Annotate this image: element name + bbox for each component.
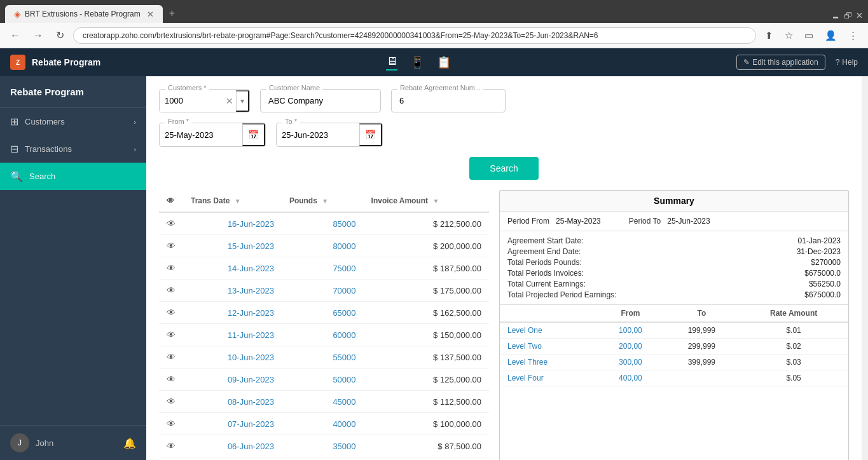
to-calendar-icon[interactable]: 📅 <box>359 123 382 146</box>
table-row[interactable]: 👁 07-Jun-2023 40000 $ 100,000.00 <box>159 413 489 435</box>
transactions-table: 👁 Trans Date ▼ Pounds ▼ Invoi <box>159 190 489 460</box>
form-row-1: Customers * ✕ ▾ Customer Name Rebate Agr… <box>159 89 849 112</box>
row-pounds: 75000 <box>282 257 364 280</box>
bookmark-icon[interactable]: ☆ <box>781 27 797 44</box>
customer-name-label: Customer Name <box>266 84 322 91</box>
table-row[interactable]: 👁 10-Jun-2023 55000 $ 137,500.00 <box>159 346 489 369</box>
notifications-icon[interactable]: 🔔 <box>123 437 136 449</box>
address-bar[interactable] <box>73 27 756 44</box>
tab-minimize-icon[interactable]: 🗕 <box>832 11 840 20</box>
profile-icon[interactable]: 👤 <box>821 27 841 44</box>
sidebar: Rebate Program ⊞ Customers › ⊟ Transacti… <box>0 76 146 460</box>
new-tab-button[interactable]: + <box>163 4 181 23</box>
invoice-amount-header[interactable]: Invoice Amount ▼ <box>364 190 489 212</box>
summary-panel: Summary Period From 25-May-2023 Period T… <box>499 190 849 460</box>
reload-button[interactable]: ↻ <box>52 27 68 44</box>
desktop-view-icon[interactable]: 🖥 <box>386 55 397 71</box>
tab-close-window-icon[interactable]: ✕ <box>856 11 863 20</box>
row-date: 13-Jun-2023 <box>183 280 282 302</box>
back-button[interactable]: ← <box>6 27 24 44</box>
scrollbar[interactable] <box>862 76 868 460</box>
tab-restore-icon[interactable]: 🗗 <box>844 11 852 20</box>
level-rate: $.03 <box>739 355 848 370</box>
sidebar-toggle-icon[interactable]: ▭ <box>801 27 817 44</box>
sidebar-item-search[interactable]: 🔍 Search <box>0 163 146 190</box>
table-row[interactable]: 👁 05-Jun-2023 30000 $ 75,000.00 <box>159 457 489 461</box>
table-row[interactable]: 👁 06-Jun-2023 35000 $ 87,500.00 <box>159 435 489 457</box>
edit-icon: ✎ <box>743 58 750 67</box>
agreement-start-value: 01-Jan-2023 <box>677 236 841 245</box>
row-date: 12-Jun-2023 <box>183 302 282 324</box>
sidebar-item-transactions[interactable]: ⊟ Transactions › <box>0 135 146 163</box>
sidebar-item-search-label: Search <box>29 172 55 181</box>
row-pounds: 35000 <box>282 435 364 457</box>
level-row: Level One 100,00 199,999 $.01 <box>500 322 848 339</box>
row-eye-icon[interactable]: 👁 <box>159 435 183 457</box>
table-row[interactable]: 👁 11-Jun-2023 60000 $ 150,000.00 <box>159 324 489 346</box>
row-eye-icon[interactable]: 👁 <box>159 324 183 346</box>
share-icon[interactable]: ⬆ <box>761 27 777 44</box>
to-field: To * 📅 <box>276 123 383 147</box>
row-eye-icon[interactable]: 👁 <box>159 413 183 435</box>
row-eye-icon[interactable]: 👁 <box>159 346 183 369</box>
total-projected-label: Total Projected Period Earnings: <box>507 290 672 299</box>
row-eye-icon[interactable]: 👁 <box>159 391 183 413</box>
row-eye-icon[interactable]: 👁 <box>159 280 183 302</box>
row-eye-icon[interactable]: 👁 <box>159 235 183 257</box>
edit-application-button[interactable]: ✎ Edit this application <box>736 55 825 70</box>
from-calendar-icon[interactable]: 📅 <box>242 123 265 146</box>
from-date-input[interactable] <box>160 124 242 146</box>
row-eye-icon[interactable]: 👁 <box>159 302 183 324</box>
row-amount: $ 150,000.00 <box>364 324 489 346</box>
pounds-header[interactable]: Pounds ▼ <box>282 190 364 212</box>
to-date-input[interactable] <box>277 124 359 146</box>
customers-label: Customers * <box>165 84 209 91</box>
sidebar-app-name: Rebate Program <box>0 76 146 108</box>
tablet-view-icon[interactable]: 📱 <box>410 55 424 69</box>
row-pounds: 50000 <box>282 369 364 391</box>
row-date: 07-Jun-2023 <box>183 413 282 435</box>
row-amount: $ 212,500.00 <box>364 212 489 235</box>
table-row[interactable]: 👁 12-Jun-2023 65000 $ 162,500.00 <box>159 302 489 324</box>
table-row[interactable]: 👁 16-Jun-2023 85000 $ 212,500.00 <box>159 212 489 235</box>
row-amount: $ 137,500.00 <box>364 346 489 369</box>
level-name: Level Three <box>500 355 596 370</box>
row-eye-icon[interactable]: 👁 <box>159 457 183 461</box>
customer-name-input[interactable] <box>260 89 381 112</box>
sidebar-item-customers-label: Customers <box>25 117 65 126</box>
period-from-label: Period From <box>507 217 549 226</box>
tab-close-icon[interactable]: ✕ <box>147 10 154 19</box>
trans-date-header[interactable]: Trans Date ▼ <box>183 190 282 212</box>
level-name-header <box>500 305 596 322</box>
level-rate: $.05 <box>739 370 848 386</box>
row-pounds: 70000 <box>282 280 364 302</box>
table-row[interactable]: 👁 14-Jun-2023 75000 $ 187,500.00 <box>159 257 489 280</box>
sidebar-footer: J John 🔔 <box>0 425 146 460</box>
table-row[interactable]: 👁 09-Jun-2023 50000 $ 125,000.00 <box>159 369 489 391</box>
row-eye-icon[interactable]: 👁 <box>159 369 183 391</box>
row-pounds: 60000 <box>282 324 364 346</box>
level-from-header: From <box>596 305 664 322</box>
search-button[interactable]: Search <box>469 157 538 180</box>
customers-dropdown-button[interactable]: ▾ <box>236 90 249 112</box>
row-pounds: 65000 <box>282 302 364 324</box>
active-tab[interactable]: ◈ BRT Extrusions - Rebate Program ✕ <box>5 5 163 23</box>
pounds-sort-icon: ▼ <box>322 198 328 205</box>
table-row[interactable]: 👁 15-Jun-2023 80000 $ 200,000.00 <box>159 235 489 257</box>
row-date: 14-Jun-2023 <box>183 257 282 280</box>
help-button[interactable]: ? Help <box>836 58 858 67</box>
level-row: Level Four 400,00 $.05 <box>500 370 848 386</box>
customers-input[interactable] <box>160 90 223 112</box>
menu-icon[interactable]: ⋮ <box>844 27 862 44</box>
row-eye-icon[interactable]: 👁 <box>159 212 183 235</box>
table-row[interactable]: 👁 08-Jun-2023 45000 $ 112,500.00 <box>159 391 489 413</box>
mobile-view-icon[interactable]: 📋 <box>437 55 451 69</box>
app-header-left: Z Rebate Program <box>10 55 100 70</box>
rebate-agreement-input[interactable] <box>391 89 506 112</box>
row-eye-icon[interactable]: 👁 <box>159 257 183 280</box>
table-row[interactable]: 👁 13-Jun-2023 70000 $ 175,000.00 <box>159 280 489 302</box>
forward-button[interactable]: → <box>29 27 47 44</box>
total-earnings-value: $56250.0 <box>677 280 841 288</box>
sidebar-item-customers[interactable]: ⊞ Customers › <box>0 108 146 135</box>
customers-clear-button[interactable]: ✕ <box>223 96 236 106</box>
